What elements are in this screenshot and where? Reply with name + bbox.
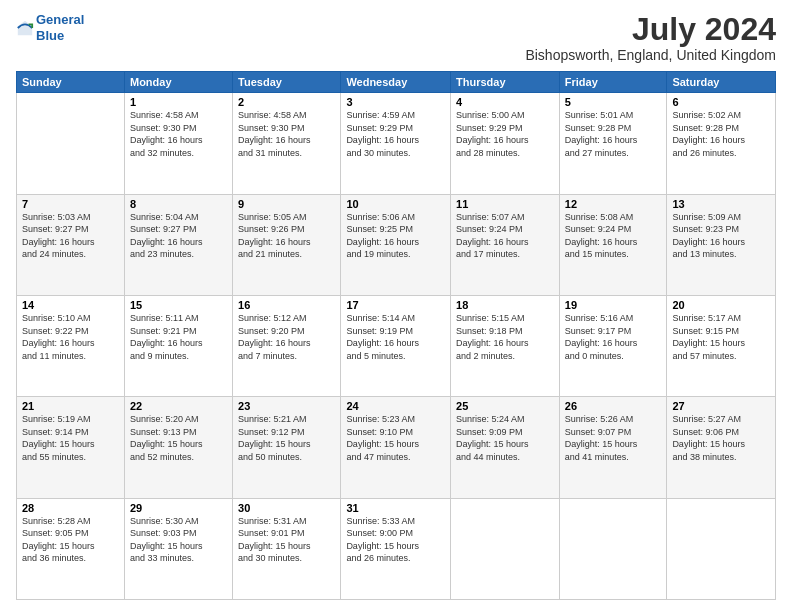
table-row: 21Sunrise: 5:19 AM Sunset: 9:14 PM Dayli… — [17, 397, 125, 498]
cell-info: Sunrise: 5:19 AM Sunset: 9:14 PM Dayligh… — [22, 413, 119, 463]
table-row: 12Sunrise: 5:08 AM Sunset: 9:24 PM Dayli… — [559, 194, 667, 295]
cell-date: 3 — [346, 96, 445, 108]
calendar-week-3: 14Sunrise: 5:10 AM Sunset: 9:22 PM Dayli… — [17, 295, 776, 396]
calendar-week-2: 7Sunrise: 5:03 AM Sunset: 9:27 PM Daylig… — [17, 194, 776, 295]
cell-info: Sunrise: 5:00 AM Sunset: 9:29 PM Dayligh… — [456, 109, 554, 159]
cell-date: 18 — [456, 299, 554, 311]
cell-info: Sunrise: 5:26 AM Sunset: 9:07 PM Dayligh… — [565, 413, 662, 463]
table-row: 6Sunrise: 5:02 AM Sunset: 9:28 PM Daylig… — [667, 93, 776, 194]
calendar-header-row: Sunday Monday Tuesday Wednesday Thursday… — [17, 72, 776, 93]
cell-date: 10 — [346, 198, 445, 210]
table-row — [451, 498, 560, 599]
table-row: 30Sunrise: 5:31 AM Sunset: 9:01 PM Dayli… — [233, 498, 341, 599]
table-row: 1Sunrise: 4:58 AM Sunset: 9:30 PM Daylig… — [124, 93, 232, 194]
table-row — [17, 93, 125, 194]
cell-info: Sunrise: 5:08 AM Sunset: 9:24 PM Dayligh… — [565, 211, 662, 261]
table-row: 29Sunrise: 5:30 AM Sunset: 9:03 PM Dayli… — [124, 498, 232, 599]
table-row: 11Sunrise: 5:07 AM Sunset: 9:24 PM Dayli… — [451, 194, 560, 295]
logo-icon — [16, 19, 34, 37]
cell-info: Sunrise: 5:33 AM Sunset: 9:00 PM Dayligh… — [346, 515, 445, 565]
table-row: 27Sunrise: 5:27 AM Sunset: 9:06 PM Dayli… — [667, 397, 776, 498]
title-block: July 2024 Bishopsworth, England, United … — [525, 12, 776, 63]
table-row: 19Sunrise: 5:16 AM Sunset: 9:17 PM Dayli… — [559, 295, 667, 396]
cell-info: Sunrise: 5:28 AM Sunset: 9:05 PM Dayligh… — [22, 515, 119, 565]
cell-date: 2 — [238, 96, 335, 108]
cell-date: 14 — [22, 299, 119, 311]
logo-text: General Blue — [36, 12, 84, 43]
header-sunday: Sunday — [17, 72, 125, 93]
table-row: 17Sunrise: 5:14 AM Sunset: 9:19 PM Dayli… — [341, 295, 451, 396]
cell-info: Sunrise: 5:11 AM Sunset: 9:21 PM Dayligh… — [130, 312, 227, 362]
cell-info: Sunrise: 5:12 AM Sunset: 9:20 PM Dayligh… — [238, 312, 335, 362]
cell-date: 11 — [456, 198, 554, 210]
cell-info: Sunrise: 5:30 AM Sunset: 9:03 PM Dayligh… — [130, 515, 227, 565]
cell-date: 8 — [130, 198, 227, 210]
calendar-week-5: 28Sunrise: 5:28 AM Sunset: 9:05 PM Dayli… — [17, 498, 776, 599]
cell-info: Sunrise: 5:06 AM Sunset: 9:25 PM Dayligh… — [346, 211, 445, 261]
table-row: 16Sunrise: 5:12 AM Sunset: 9:20 PM Dayli… — [233, 295, 341, 396]
header-friday: Friday — [559, 72, 667, 93]
cell-info: Sunrise: 5:17 AM Sunset: 9:15 PM Dayligh… — [672, 312, 770, 362]
cell-date: 19 — [565, 299, 662, 311]
cell-date: 30 — [238, 502, 335, 514]
cell-info: Sunrise: 4:59 AM Sunset: 9:29 PM Dayligh… — [346, 109, 445, 159]
cell-date: 27 — [672, 400, 770, 412]
cell-info: Sunrise: 5:23 AM Sunset: 9:10 PM Dayligh… — [346, 413, 445, 463]
cell-date: 6 — [672, 96, 770, 108]
calendar-week-4: 21Sunrise: 5:19 AM Sunset: 9:14 PM Dayli… — [17, 397, 776, 498]
cell-date: 29 — [130, 502, 227, 514]
header-monday: Monday — [124, 72, 232, 93]
cell-date: 12 — [565, 198, 662, 210]
table-row: 18Sunrise: 5:15 AM Sunset: 9:18 PM Dayli… — [451, 295, 560, 396]
calendar-week-1: 1Sunrise: 4:58 AM Sunset: 9:30 PM Daylig… — [17, 93, 776, 194]
cell-date: 16 — [238, 299, 335, 311]
cell-date: 22 — [130, 400, 227, 412]
header-thursday: Thursday — [451, 72, 560, 93]
main-title: July 2024 — [525, 12, 776, 47]
cell-date: 1 — [130, 96, 227, 108]
cell-info: Sunrise: 5:09 AM Sunset: 9:23 PM Dayligh… — [672, 211, 770, 261]
cell-info: Sunrise: 5:21 AM Sunset: 9:12 PM Dayligh… — [238, 413, 335, 463]
header-wednesday: Wednesday — [341, 72, 451, 93]
cell-date: 31 — [346, 502, 445, 514]
cell-date: 17 — [346, 299, 445, 311]
cell-info: Sunrise: 5:02 AM Sunset: 9:28 PM Dayligh… — [672, 109, 770, 159]
logo-line1: General — [36, 12, 84, 27]
cell-info: Sunrise: 4:58 AM Sunset: 9:30 PM Dayligh… — [238, 109, 335, 159]
cell-info: Sunrise: 5:10 AM Sunset: 9:22 PM Dayligh… — [22, 312, 119, 362]
table-row: 3Sunrise: 4:59 AM Sunset: 9:29 PM Daylig… — [341, 93, 451, 194]
cell-date: 24 — [346, 400, 445, 412]
page: General Blue July 2024 Bishopsworth, Eng… — [0, 0, 792, 612]
table-row: 14Sunrise: 5:10 AM Sunset: 9:22 PM Dayli… — [17, 295, 125, 396]
cell-info: Sunrise: 5:20 AM Sunset: 9:13 PM Dayligh… — [130, 413, 227, 463]
cell-info: Sunrise: 5:04 AM Sunset: 9:27 PM Dayligh… — [130, 211, 227, 261]
cell-date: 13 — [672, 198, 770, 210]
cell-info: Sunrise: 5:24 AM Sunset: 9:09 PM Dayligh… — [456, 413, 554, 463]
table-row — [667, 498, 776, 599]
cell-date: 21 — [22, 400, 119, 412]
table-row: 4Sunrise: 5:00 AM Sunset: 9:29 PM Daylig… — [451, 93, 560, 194]
calendar-table: Sunday Monday Tuesday Wednesday Thursday… — [16, 71, 776, 600]
header-saturday: Saturday — [667, 72, 776, 93]
table-row: 26Sunrise: 5:26 AM Sunset: 9:07 PM Dayli… — [559, 397, 667, 498]
table-row: 10Sunrise: 5:06 AM Sunset: 9:25 PM Dayli… — [341, 194, 451, 295]
cell-info: Sunrise: 5:07 AM Sunset: 9:24 PM Dayligh… — [456, 211, 554, 261]
table-row: 28Sunrise: 5:28 AM Sunset: 9:05 PM Dayli… — [17, 498, 125, 599]
table-row: 8Sunrise: 5:04 AM Sunset: 9:27 PM Daylig… — [124, 194, 232, 295]
table-row: 13Sunrise: 5:09 AM Sunset: 9:23 PM Dayli… — [667, 194, 776, 295]
table-row: 7Sunrise: 5:03 AM Sunset: 9:27 PM Daylig… — [17, 194, 125, 295]
cell-info: Sunrise: 5:05 AM Sunset: 9:26 PM Dayligh… — [238, 211, 335, 261]
cell-date: 7 — [22, 198, 119, 210]
table-row: 22Sunrise: 5:20 AM Sunset: 9:13 PM Dayli… — [124, 397, 232, 498]
table-row: 9Sunrise: 5:05 AM Sunset: 9:26 PM Daylig… — [233, 194, 341, 295]
table-row: 23Sunrise: 5:21 AM Sunset: 9:12 PM Dayli… — [233, 397, 341, 498]
table-row: 5Sunrise: 5:01 AM Sunset: 9:28 PM Daylig… — [559, 93, 667, 194]
logo-line2: Blue — [36, 28, 64, 43]
cell-info: Sunrise: 5:03 AM Sunset: 9:27 PM Dayligh… — [22, 211, 119, 261]
cell-info: Sunrise: 5:16 AM Sunset: 9:17 PM Dayligh… — [565, 312, 662, 362]
header-tuesday: Tuesday — [233, 72, 341, 93]
table-row: 25Sunrise: 5:24 AM Sunset: 9:09 PM Dayli… — [451, 397, 560, 498]
cell-date: 5 — [565, 96, 662, 108]
subtitle: Bishopsworth, England, United Kingdom — [525, 47, 776, 63]
cell-info: Sunrise: 5:01 AM Sunset: 9:28 PM Dayligh… — [565, 109, 662, 159]
